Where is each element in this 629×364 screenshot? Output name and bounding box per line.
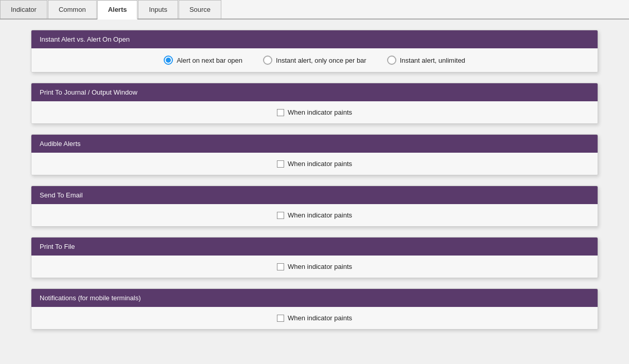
checkbox-group-email: When indicator paints	[42, 211, 587, 219]
checkbox-box-notifications	[277, 315, 284, 322]
section-audible-alerts-header: Audible Alerts	[31, 135, 598, 153]
radio-circle-once-per-bar	[263, 56, 272, 65]
checkbox-group-print-journal: When indicator paints	[42, 108, 587, 116]
checkbox-group-notifications: When indicator paints	[42, 314, 587, 322]
section-send-email-header: Send To Email	[31, 186, 598, 204]
radio-next-bar[interactable]: Alert on next bar open	[164, 56, 242, 65]
section-print-file: Print To File When indicator paints	[31, 237, 598, 278]
checkbox-group-audible: When indicator paints	[42, 160, 587, 168]
tab-indicator[interactable]: Indicator	[0, 0, 47, 19]
checkbox-audible[interactable]: When indicator paints	[277, 160, 352, 168]
section-print-journal: Print To Journal / Output Window When in…	[31, 83, 598, 124]
checkbox-notifications[interactable]: When indicator paints	[277, 314, 352, 322]
radio-circle-next-bar	[164, 56, 173, 65]
section-notifications: Notifications (for mobile terminals) Whe…	[31, 288, 598, 330]
section-instant-alert-header: Instant Alert vs. Alert On Open	[31, 30, 598, 48]
radio-group-alert-timing: Alert on next bar open Instant alert, on…	[42, 56, 587, 65]
section-print-journal-header: Print To Journal / Output Window	[31, 83, 598, 101]
section-instant-alert: Instant Alert vs. Alert On Open Alert on…	[31, 30, 598, 72]
checkbox-box-audible	[277, 160, 284, 168]
radio-circle-unlimited	[387, 56, 396, 65]
section-send-email: Send To Email When indicator paints	[31, 186, 598, 227]
checkbox-group-print-file: When indicator paints	[42, 263, 587, 270]
tab-alerts[interactable]: Alerts	[97, 0, 138, 20]
checkbox-box-email	[277, 212, 284, 219]
section-notifications-header: Notifications (for mobile terminals)	[31, 289, 598, 307]
tab-common[interactable]: Common	[48, 0, 97, 19]
checkbox-email[interactable]: When indicator paints	[277, 211, 352, 219]
section-print-file-header: Print To File	[31, 238, 598, 256]
tab-source[interactable]: Source	[179, 0, 221, 19]
section-audible-alerts-body: When indicator paints	[31, 153, 598, 175]
radio-once-per-bar[interactable]: Instant alert, only once per bar	[263, 56, 366, 65]
section-audible-alerts: Audible Alerts When indicator paints	[31, 134, 598, 175]
section-print-file-body: When indicator paints	[31, 256, 598, 278]
section-instant-alert-body: Alert on next bar open Instant alert, on…	[31, 48, 598, 72]
section-print-journal-body: When indicator paints	[31, 101, 598, 123]
tab-inputs[interactable]: Inputs	[138, 0, 178, 19]
main-content: Instant Alert vs. Alert On Open Alert on…	[0, 20, 629, 362]
section-send-email-body: When indicator paints	[31, 204, 598, 226]
checkbox-print-journal[interactable]: When indicator paints	[277, 108, 352, 116]
checkbox-print-file[interactable]: When indicator paints	[277, 263, 352, 270]
radio-unlimited[interactable]: Instant alert, unlimited	[387, 56, 465, 65]
checkbox-box-print-journal	[277, 109, 284, 116]
tab-bar: Indicator Common Alerts Inputs Source	[0, 0, 629, 20]
section-notifications-body: When indicator paints	[31, 307, 598, 329]
checkbox-box-print-file	[277, 263, 284, 270]
